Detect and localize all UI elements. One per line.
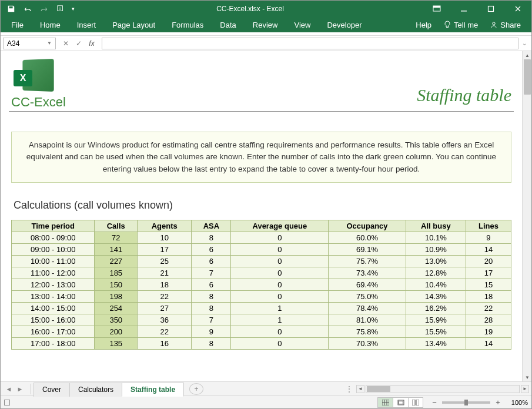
cell-avg-queue[interactable]: 0 — [231, 279, 329, 290]
help-button[interactable]: Help — [411, 18, 436, 32]
col-agents[interactable]: Agents — [138, 220, 192, 232]
cell-agents[interactable]: 16 — [138, 337, 192, 349]
tab-data[interactable]: Data — [212, 18, 244, 32]
cell-calls[interactable]: 135 — [95, 337, 138, 349]
cell-avg-queue[interactable]: 0 — [231, 337, 329, 349]
ribbon-display-icon[interactable] — [423, 1, 450, 17]
page-layout-view-button[interactable] — [393, 397, 408, 408]
new-sheet-button[interactable]: + — [189, 383, 203, 395]
col-occupancy[interactable]: Occupancy — [329, 220, 406, 232]
cell-avg-queue[interactable]: 0 — [231, 267, 329, 279]
tab-view[interactable]: View — [286, 18, 319, 32]
cell-lines[interactable]: 14 — [466, 337, 511, 349]
tab-formulas[interactable]: Formulas — [163, 18, 212, 32]
cell-occupancy[interactable]: 73.4% — [329, 267, 406, 279]
cell-calls[interactable]: 72 — [95, 232, 138, 243]
expand-formula-bar-icon[interactable]: ⌄ — [520, 40, 529, 46]
table-row[interactable]: 17:00 - 18:00135168070.3%13.4%14 — [12, 337, 511, 349]
col-calls[interactable]: Calls — [95, 220, 138, 232]
cell-agents[interactable]: 22 — [138, 326, 192, 337]
cell-occupancy[interactable]: 75.0% — [329, 290, 406, 302]
cell-agents[interactable]: 17 — [138, 243, 192, 255]
scroll-down-icon[interactable]: ▼ — [523, 373, 531, 381]
cell-lines[interactable]: 15 — [466, 279, 511, 290]
zoom-slider-thumb[interactable] — [464, 400, 468, 405]
cell-calls[interactable]: 141 — [95, 243, 138, 255]
cell-avg-queue[interactable]: 1 — [231, 314, 329, 326]
cell-asa[interactable]: 6 — [192, 255, 231, 267]
cell-period[interactable]: 13:00 - 14:00 — [12, 290, 95, 302]
cell-lines[interactable]: 9 — [466, 232, 511, 243]
table-row[interactable]: 11:00 - 12:00185217073.4%12.8%17 — [12, 267, 511, 279]
tab-scroll-split-icon[interactable]: ⋮ — [343, 385, 355, 393]
col-asa[interactable]: ASA — [192, 220, 231, 232]
table-row[interactable]: 10:00 - 11:00227256075.7%13.0%20 — [12, 255, 511, 267]
cell-lines[interactable]: 17 — [466, 267, 511, 279]
sheet-tab-staffing-table[interactable]: Staffing table — [122, 383, 184, 397]
cell-calls[interactable]: 185 — [95, 267, 138, 279]
hscroll-left-icon[interactable]: ◄ — [356, 385, 364, 393]
cell-occupancy[interactable]: 81.0% — [329, 314, 406, 326]
zoom-slider[interactable] — [442, 401, 490, 404]
cancel-formula-icon[interactable]: ✕ — [59, 38, 72, 49]
cell-period[interactable]: 12:00 - 13:00 — [12, 279, 95, 290]
cell-asa[interactable]: 6 — [192, 279, 231, 290]
vscroll-thumb[interactable] — [524, 59, 531, 95]
cell-occupancy[interactable]: 75.8% — [329, 326, 406, 337]
col-avg-queue[interactable]: Average queue — [231, 220, 329, 232]
cell-lines[interactable]: 22 — [466, 302, 511, 314]
cell-occupancy[interactable]: 75.7% — [329, 255, 406, 267]
table-row[interactable]: 12:00 - 13:00150186069.4%10.4%15 — [12, 279, 511, 290]
maximize-button[interactable] — [477, 1, 504, 17]
cell-all-busy[interactable]: 16.2% — [406, 302, 466, 314]
cell-avg-queue[interactable]: 1 — [231, 302, 329, 314]
cell-avg-queue[interactable]: 0 — [231, 243, 329, 255]
cell-avg-queue[interactable]: 0 — [231, 290, 329, 302]
sheet-tab-cover[interactable]: Cover — [34, 383, 70, 397]
tab-home[interactable]: Home — [32, 18, 69, 32]
cell-agents[interactable]: 25 — [138, 255, 192, 267]
cell-all-busy[interactable]: 10.9% — [406, 243, 466, 255]
cell-all-busy[interactable]: 10.4% — [406, 279, 466, 290]
share-button[interactable]: Share — [485, 18, 526, 32]
table-row[interactable]: 16:00 - 17:00200229075.8%15.5%19 — [12, 326, 511, 337]
customize-qat-icon[interactable] — [52, 1, 69, 17]
page-break-view-button[interactable] — [408, 397, 423, 408]
cell-calls[interactable]: 150 — [95, 279, 138, 290]
name-box[interactable]: A34 ▼ — [3, 38, 56, 49]
tab-page-layout[interactable]: Page Layout — [104, 18, 163, 32]
cell-period[interactable]: 17:00 - 18:00 — [12, 337, 95, 349]
cell-avg-queue[interactable]: 0 — [231, 255, 329, 267]
cell-agents[interactable]: 27 — [138, 302, 192, 314]
cell-calls[interactable]: 198 — [95, 290, 138, 302]
cell-calls[interactable]: 227 — [95, 255, 138, 267]
cell-asa[interactable]: 7 — [192, 267, 231, 279]
cell-lines[interactable]: 19 — [466, 326, 511, 337]
cell-calls[interactable]: 254 — [95, 302, 138, 314]
table-row[interactable]: 14:00 - 15:00254278178.4%16.2%22 — [12, 302, 511, 314]
cell-asa[interactable]: 8 — [192, 232, 231, 243]
table-row[interactable]: 09:00 - 10:00141176069.1%10.9%14 — [12, 243, 511, 255]
col-time-period[interactable]: Time period — [12, 220, 95, 232]
cell-all-busy[interactable]: 15.9% — [406, 314, 466, 326]
cell-all-busy[interactable]: 15.5% — [406, 326, 466, 337]
cell-lines[interactable]: 14 — [466, 243, 511, 255]
table-row[interactable]: 15:00 - 16:00350367181.0%15.9%28 — [12, 314, 511, 326]
cell-all-busy[interactable]: 12.8% — [406, 267, 466, 279]
close-button[interactable] — [504, 1, 531, 17]
cell-period[interactable]: 09:00 - 10:00 — [12, 243, 95, 255]
hscroll-right-icon[interactable]: ► — [521, 385, 529, 393]
cell-period[interactable]: 14:00 - 15:00 — [12, 302, 95, 314]
cell-period[interactable]: 16:00 - 17:00 — [12, 326, 95, 337]
cell-avg-queue[interactable]: 0 — [231, 232, 329, 243]
macro-record-icon[interactable] — [4, 400, 10, 405]
tab-file[interactable]: File — [3, 18, 32, 32]
cell-calls[interactable]: 350 — [95, 314, 138, 326]
cell-lines[interactable]: 20 — [466, 255, 511, 267]
cell-all-busy[interactable]: 10.1% — [406, 232, 466, 243]
cell-all-busy[interactable]: 14.3% — [406, 290, 466, 302]
save-icon[interactable] — [3, 1, 19, 17]
tab-nav-prev-icon[interactable]: ◄ — [4, 385, 14, 393]
cell-asa[interactable]: 8 — [192, 302, 231, 314]
cell-occupancy[interactable]: 69.4% — [329, 279, 406, 290]
